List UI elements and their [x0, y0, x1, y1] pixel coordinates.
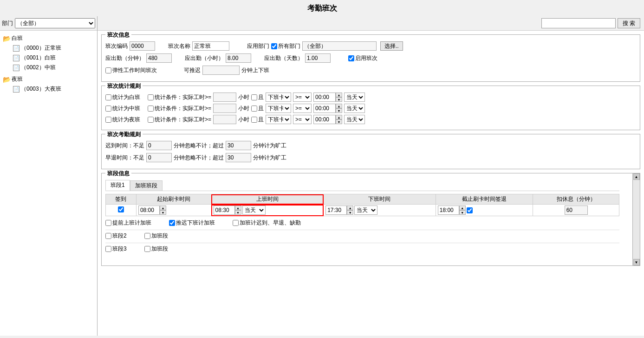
stat-white-sel2[interactable]: >=: [293, 93, 312, 102]
stat-mid-val[interactable]: [213, 104, 236, 113]
dept-select[interactable]: （全部）: [15, 18, 95, 28]
stat-mid-sel3[interactable]: 当天: [344, 104, 365, 113]
enable-checkbox-label: 启用班次: [348, 54, 377, 62]
early-over-input[interactable]: [226, 153, 251, 162]
start-card-up[interactable]: ▲: [160, 205, 166, 210]
work-end-up[interactable]: ▲: [347, 205, 353, 210]
stat-night-time-down[interactable]: ▼: [336, 119, 342, 124]
stat-white-and-cb[interactable]: [251, 94, 257, 100]
attend-hour-input[interactable]: [226, 53, 251, 63]
late-input[interactable]: [146, 141, 172, 150]
stat-mid-cond-cb-label: 统计条件：实际工时>=: [148, 105, 211, 113]
doc-icon-0001: 📄: [13, 55, 20, 61]
flexible-checkbox[interactable]: [105, 67, 111, 73]
td-rest: [533, 205, 619, 216]
overtime-cb[interactable]: [233, 220, 239, 226]
late-over-input[interactable]: [226, 141, 251, 150]
stat-night-sel3[interactable]: 当天: [344, 115, 365, 124]
tree-item-0003[interactable]: 📄 （0003）大夜班: [0, 84, 97, 94]
stat-night-cb[interactable]: [105, 117, 111, 123]
stat-mid-time-up[interactable]: ▲: [336, 104, 342, 108]
th-sign-in: 签到: [106, 194, 137, 205]
tree-group-night-header[interactable]: 📂 夜班: [0, 74, 97, 84]
search-input[interactable]: [541, 18, 616, 28]
stat-white-val[interactable]: [213, 93, 236, 102]
band3-cb[interactable]: [105, 246, 111, 252]
band2-cb[interactable]: [105, 233, 111, 239]
scroll-down-btn[interactable]: ▼: [633, 259, 640, 265]
code-input[interactable]: [130, 41, 155, 51]
name-input[interactable]: [192, 41, 229, 51]
end-card-input[interactable]: [438, 205, 459, 215]
early-input[interactable]: [146, 153, 172, 162]
work-start-day-select[interactable]: 当天: [242, 205, 266, 215]
stat-mid-label: 统计为中班: [112, 105, 140, 113]
stat-mid-time-input[interactable]: [313, 104, 336, 113]
stat-mid-cb[interactable]: [105, 106, 111, 112]
stat-mid-and-cb[interactable]: [251, 106, 257, 112]
stat-night-sel2[interactable]: >=: [293, 115, 312, 124]
stat-mid-cond-cb[interactable]: [148, 106, 154, 112]
attend-min-input[interactable]: [146, 53, 172, 63]
rest-input[interactable]: [565, 205, 588, 215]
stat-night-val[interactable]: [213, 115, 236, 124]
stat-night-time-input[interactable]: [313, 115, 336, 124]
tree-group-day-header[interactable]: 📂 白班: [0, 33, 97, 43]
delay-cb[interactable]: [169, 220, 175, 226]
attend-rules-title: 班次考勤规则: [105, 131, 143, 139]
band2-cb-label: 班段2: [105, 232, 127, 240]
sidebar: 部门 （全部） 📂 白班 📄 （0000）正常班 📄 （0001）白班: [0, 16, 98, 336]
stat-white-cb[interactable]: [105, 94, 111, 100]
band-tab-2[interactable]: 加班班段: [130, 180, 163, 191]
search-button[interactable]: 搜 索: [618, 18, 640, 28]
tree-item-0002[interactable]: 📄 （0002）中班: [0, 63, 97, 73]
end-card-up[interactable]: ▲: [459, 205, 466, 210]
start-card-input[interactable]: [138, 205, 160, 215]
work-end-spin: ▲ ▼: [325, 205, 353, 215]
dept-input[interactable]: [302, 41, 377, 51]
stat-white-cond-cb[interactable]: [148, 94, 154, 100]
early-row: 早退时间：不足 分钟忽略不计；超过 分钟计为旷工: [105, 153, 636, 162]
work-start-up[interactable]: ▲: [235, 205, 241, 210]
extra2-cb[interactable]: [144, 233, 150, 239]
work-end-down[interactable]: ▼: [347, 210, 353, 215]
stat-white-sel3[interactable]: 当天: [344, 93, 365, 102]
band-tab-1[interactable]: 班段1: [105, 180, 130, 191]
band2-label: 班段2: [112, 232, 127, 240]
stat-night-sel1[interactable]: 下班卡: [266, 115, 291, 124]
sign-out-checkbox[interactable]: [467, 207, 473, 213]
scrollbar[interactable]: ▲ ▼: [632, 173, 640, 265]
work-start-down[interactable]: ▼: [235, 210, 241, 215]
enable-checkbox[interactable]: [348, 55, 354, 61]
tree: 📂 白班 📄 （0000）正常班 📄 （0001）白班 📄 （0002）中班: [0, 31, 97, 336]
sign-in-checkbox[interactable]: [118, 206, 124, 212]
work-start-input[interactable]: [214, 205, 235, 215]
work-end-day-select[interactable]: 当天: [354, 205, 377, 215]
all-dept-checkbox[interactable]: [271, 43, 277, 49]
stat-night-time-up[interactable]: ▲: [336, 115, 342, 119]
stat-white-time-down[interactable]: ▼: [336, 97, 342, 102]
stat-white-time-input[interactable]: [313, 93, 336, 102]
stat-night-cond-cb[interactable]: [148, 117, 154, 123]
tree-item-0001[interactable]: 📄 （0001）白班: [0, 53, 97, 63]
stat-white-time-arrows: ▲ ▼: [336, 93, 342, 102]
extra3-cb[interactable]: [144, 246, 150, 252]
tree-group-night: 📂 夜班 📄 （0003）大夜班: [0, 73, 97, 95]
delay-input[interactable]: [202, 66, 240, 75]
end-card-down[interactable]: ▼: [459, 210, 466, 215]
tree-item-0000[interactable]: 📄 （0000）正常班: [0, 43, 97, 53]
scroll-up-btn[interactable]: ▲: [633, 173, 640, 180]
stat-night-and-cb[interactable]: [251, 117, 257, 123]
stat-white-cond-cb-label: 统计条件：实际工时>=: [148, 93, 211, 101]
start-card-down[interactable]: ▼: [160, 210, 166, 215]
stat-white-time-up[interactable]: ▲: [336, 93, 342, 97]
stat-mid-sel1[interactable]: 下班卡: [266, 104, 291, 113]
work-end-input[interactable]: [325, 205, 347, 215]
stat-white-sel1[interactable]: 下班卡: [266, 93, 291, 102]
select-dept-button[interactable]: 选择..: [380, 41, 403, 51]
stat-mid-time-down[interactable]: ▼: [336, 108, 342, 113]
attend-day-input[interactable]: [305, 53, 331, 63]
advance-cb[interactable]: [105, 220, 111, 226]
stat-mid-sel2[interactable]: >=: [293, 104, 312, 113]
end-card-arrows: ▲ ▼: [459, 205, 466, 215]
